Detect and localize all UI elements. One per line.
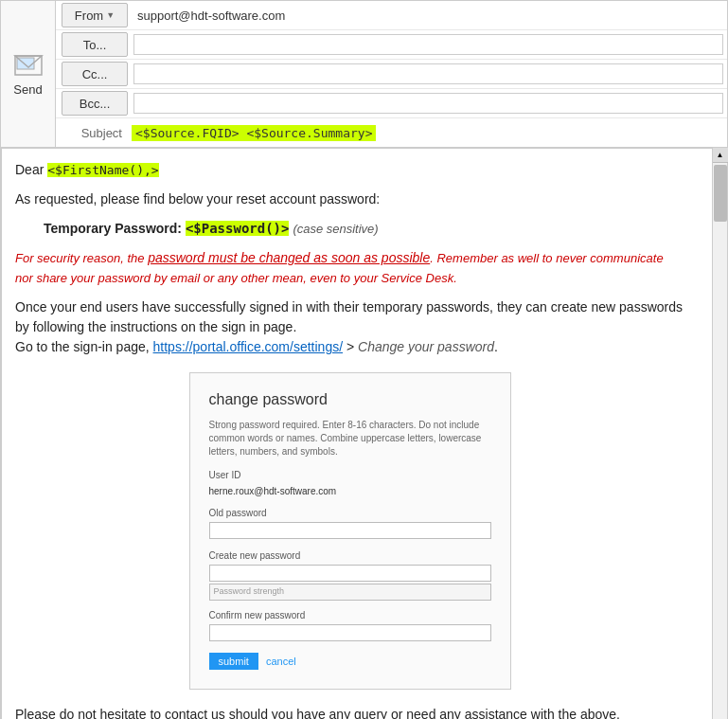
pw-description: Strong password required. Enter 8-16 cha… (209, 419, 491, 458)
submit-button[interactable]: submit (209, 653, 258, 670)
security-paragraph: For security reason, the password must b… (15, 248, 684, 288)
scroll-thumb[interactable] (714, 165, 727, 222)
email-header: Send From ▼ support@hdt-software.com To.… (1, 1, 727, 148)
change-pw-title: change password (209, 388, 491, 411)
fields-section: From ▼ support@hdt-software.com To... Cc… (56, 1, 727, 147)
bcc-input[interactable] (133, 93, 723, 114)
body-wrapper: Dear <$FirstName(),> As requested, pleas… (1, 148, 727, 719)
bcc-row: Bcc... (56, 89, 727, 118)
security-text: For security reason, the (15, 251, 148, 265)
change-password-box: change password Strong password required… (189, 372, 511, 690)
confirm-pw-label: Confirm new password (209, 608, 491, 622)
userid-label: User ID (209, 468, 491, 482)
firstname-token: <$FirstName(),> (47, 163, 158, 177)
send-label[interactable]: Send (13, 82, 42, 97)
instructions-paragraph: Once your end users have successfully si… (15, 297, 684, 357)
portal-link[interactable]: https://portal.office.com/settings/ (153, 339, 344, 354)
email-composer: Send From ▼ support@hdt-software.com To.… (0, 0, 728, 719)
cc-button[interactable]: Cc... (62, 62, 128, 86)
cc-row: Cc... (56, 60, 727, 89)
new-pw-input[interactable] (209, 565, 491, 582)
from-value: support@hdt-software.com (133, 7, 727, 25)
scrollbar: ▲ ▼ (712, 148, 727, 719)
to-button[interactable]: To... (62, 32, 128, 57)
greeting-paragraph: Dear <$FirstName(),> (15, 160, 684, 180)
subject-label: Subject (62, 126, 128, 140)
confirm-pw-input[interactable] (209, 624, 491, 641)
password-paragraph: Temporary Password: <$Password()> (case … (44, 219, 684, 239)
body-content: Dear <$FirstName(),> As requested, pleas… (15, 160, 703, 719)
pw-strength-indicator: Password strength (209, 584, 491, 601)
to-input[interactable] (133, 34, 723, 55)
create-pw-label: Create new password (209, 548, 491, 563)
security-link[interactable]: password must be changed as soon as poss… (148, 250, 430, 265)
intro-paragraph: As requested, please find below your res… (15, 189, 684, 209)
pw-button-group: submit cancel (209, 653, 491, 670)
to-row: To... (56, 30, 727, 60)
from-dropdown-arrow: ▼ (106, 10, 115, 20)
cc-input[interactable] (133, 63, 723, 84)
scroll-up-button[interactable]: ▲ (713, 148, 728, 163)
from-row: From ▼ support@hdt-software.com (56, 1, 727, 30)
send-icon (13, 52, 44, 79)
top-row: Send From ▼ support@hdt-software.com To.… (1, 1, 727, 147)
bcc-button[interactable]: Bcc... (62, 91, 128, 116)
password-label: Temporary Password: (44, 221, 186, 236)
password-token: <$Password()> (186, 221, 290, 236)
from-button[interactable]: From ▼ (62, 3, 128, 27)
footer-paragraph-1: Please do not hesitate to contact us sho… (15, 705, 684, 719)
send-panel: Send (1, 1, 56, 147)
subject-value: <$Source.FQID> <$Source.Summary> (132, 125, 376, 141)
old-pw-input[interactable] (209, 522, 491, 539)
userid-value: herne.roux@hdt-software.com (209, 484, 491, 498)
cancel-button[interactable]: cancel (266, 653, 296, 670)
change-pw-text: Change your password (358, 339, 494, 354)
subject-row: Subject <$Source.FQID> <$Source.Summary> (56, 118, 727, 147)
case-sensitive: (case sensitive) (293, 222, 378, 236)
email-body: Dear <$FirstName(),> As requested, pleas… (1, 148, 727, 719)
old-pw-label: Old password (209, 506, 491, 520)
